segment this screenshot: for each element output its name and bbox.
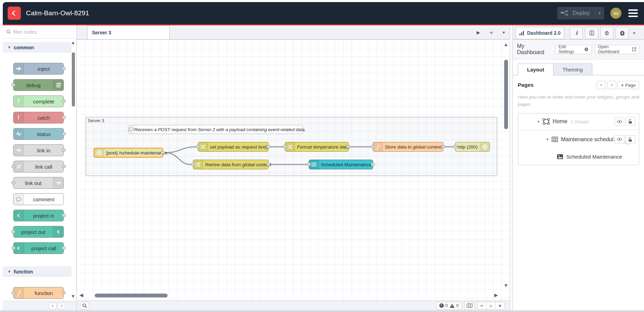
sidebar-splitter[interactable] bbox=[510, 25, 513, 310]
palette-expand-all-button[interactable]: » bbox=[58, 303, 65, 309]
tree-row-scheduled-maintenance-widget[interactable]: Scheduled Maintenance bbox=[518, 149, 639, 165]
canvas-scroll-left-arrow[interactable]: ◀ bbox=[79, 292, 83, 298]
globe-icon bbox=[94, 149, 104, 157]
comment-node[interactable]: Receives a POST request from Server 2 wi… bbox=[128, 125, 303, 134]
canvas-horizontal-scrollbar[interactable] bbox=[95, 294, 168, 297]
ui-table-node[interactable]: Scheduled Maintenance bbox=[309, 160, 373, 169]
zoom-out-button[interactable]: − bbox=[477, 302, 486, 309]
deploy-dropdown-caret[interactable]: ▾ bbox=[595, 11, 601, 16]
palette-node-link-in[interactable]: link in bbox=[13, 144, 64, 156]
palette-node-inject[interactable]: inject bbox=[13, 63, 64, 75]
open-dashboard-button[interactable]: Open Dashboard bbox=[595, 45, 640, 54]
unlock-icon bbox=[628, 119, 633, 124]
change-node-set-payload[interactable]: set payload as request body bbox=[198, 142, 269, 152]
canvas-vertical-scrollbar[interactable] bbox=[504, 60, 508, 129]
canvas-scroll-down-arrow[interactable]: ▼ bbox=[503, 283, 508, 288]
link-out-icon bbox=[53, 177, 63, 188]
visibility-toggle-button[interactable] bbox=[615, 135, 624, 144]
input-port bbox=[453, 145, 457, 148]
add-page-button[interactable]: + Page bbox=[618, 81, 639, 89]
palette-node-comment[interactable]: comment bbox=[13, 193, 64, 205]
tab-theming[interactable]: Theming bbox=[553, 64, 592, 75]
input-port bbox=[371, 145, 375, 148]
palette-node-status[interactable]: status bbox=[13, 128, 64, 140]
palette-node-function[interactable]: ƒ function bbox=[13, 287, 64, 299]
comment-icon bbox=[129, 125, 134, 134]
palette-scroll-down-arrow[interactable]: ▼ bbox=[71, 294, 75, 299]
flow-tab-server-3[interactable]: Server 3 bbox=[87, 25, 170, 39]
palette-category-function[interactable]: ▾ function bbox=[3, 267, 71, 277]
palette-scroll-up-arrow[interactable]: ▲ bbox=[71, 40, 75, 45]
pages-help-text: Here you can re-order and move your widg… bbox=[518, 94, 639, 108]
flowfuse-logo-icon bbox=[8, 7, 21, 20]
plus-icon: + bbox=[621, 83, 624, 88]
input-port bbox=[283, 145, 287, 148]
table-group-icon bbox=[552, 137, 558, 142]
input-port bbox=[11, 165, 15, 168]
canvas-search-button[interactable] bbox=[80, 302, 89, 310]
palette-node-catch[interactable]: ! catch bbox=[13, 112, 64, 124]
tab-scroll-right-icon[interactable]: ▶ bbox=[476, 30, 480, 35]
canvas-scroll-right-arrow[interactable]: ▶ bbox=[494, 292, 498, 298]
palette-scrollbar[interactable] bbox=[72, 52, 75, 107]
canvas-scroll-up-arrow[interactable]: ▲ bbox=[503, 42, 508, 47]
change-node-retrieve-global[interactable]: Retrive data from global context bbox=[193, 160, 269, 169]
tree-row-home-page[interactable]: ▾ Home 1 Groups bbox=[518, 113, 639, 130]
visibility-toggle-button[interactable] bbox=[615, 117, 624, 126]
palette-node-complete[interactable]: ! complete bbox=[13, 95, 64, 107]
sidebar-tabs-caret[interactable]: ▾ bbox=[633, 31, 635, 35]
sidebar-tab-dashboard[interactable]: Dashboard 2.0 bbox=[516, 27, 564, 39]
expand-all-button[interactable]: » bbox=[607, 81, 616, 89]
palette-node-link-call[interactable]: link call bbox=[13, 161, 64, 172]
input-port bbox=[196, 145, 200, 148]
palette-filter-input[interactable] bbox=[13, 29, 65, 35]
dashboard-subtabs: Layout Theming bbox=[513, 59, 644, 75]
sidebar-tab-config[interactable] bbox=[616, 27, 629, 39]
sidebar-tab-info[interactable]: i bbox=[570, 27, 583, 39]
debug-icon bbox=[53, 79, 63, 91]
user-avatar[interactable]: su bbox=[610, 8, 621, 19]
add-flow-button[interactable]: ＋ bbox=[488, 28, 494, 36]
flow-list-caret[interactable]: ▾ bbox=[502, 30, 505, 35]
navigator-button[interactable] bbox=[464, 302, 475, 310]
sidebar-tabbar: Dashboard 2.0 i ▾ bbox=[513, 25, 644, 40]
palette-category-common[interactable]: ▾ common bbox=[3, 42, 71, 52]
output-port bbox=[62, 116, 66, 119]
lock-toggle-button[interactable] bbox=[626, 135, 635, 144]
palette-collapse-all-button[interactable]: » bbox=[49, 303, 57, 309]
edit-settings-button[interactable]: Edit Settings bbox=[555, 45, 592, 54]
deploy-button[interactable]: Deploy ▾ bbox=[557, 7, 604, 19]
palette-node-link-out[interactable]: link out bbox=[13, 177, 64, 189]
zoom-controls: − ○ + bbox=[477, 302, 505, 310]
node-red-window: Calm-Barn-Owl-8291 Deploy ▾ su ▾ common bbox=[3, 2, 644, 310]
sidebar-tab-debug[interactable] bbox=[600, 27, 613, 39]
tab-layout[interactable]: Layout bbox=[518, 64, 553, 75]
chevron-down-icon: ▾ bbox=[8, 269, 10, 274]
sidebar-tab-help[interactable] bbox=[585, 27, 598, 39]
tree-row-maintenance-group[interactable]: ▾ Maintenance schedul... 1 Widgets bbox=[518, 130, 639, 149]
main-menu-button[interactable] bbox=[628, 8, 638, 18]
chevron-down-icon: ▾ bbox=[537, 119, 540, 124]
lock-toggle-button[interactable] bbox=[626, 117, 635, 126]
change-node-format-temperature[interactable]: Format temperature data. bbox=[285, 142, 349, 152]
function-node-store-global[interactable]: ƒ Store data to global context bbox=[373, 142, 443, 152]
palette-node-project-in[interactable]: project in bbox=[13, 210, 64, 221]
palette-node-debug[interactable]: debug bbox=[13, 79, 64, 91]
output-port bbox=[62, 67, 66, 70]
pages-tree: ▾ Home 1 Groups bbox=[518, 113, 639, 165]
warning-count: 0 bbox=[456, 303, 459, 308]
zoom-reset-button[interactable]: ○ bbox=[486, 302, 495, 309]
http-in-node[interactable]: [post] /schedule-maintenance bbox=[94, 148, 163, 158]
output-port bbox=[62, 214, 66, 217]
output-port bbox=[62, 246, 66, 250]
collapse-all-button[interactable]: » bbox=[597, 81, 606, 89]
flow-canvas[interactable]: Server 3 Receives a POST request from Se… bbox=[77, 40, 510, 301]
output-port bbox=[441, 145, 445, 148]
search-icon bbox=[82, 303, 87, 308]
palette-node-project-out[interactable]: project out bbox=[13, 226, 64, 238]
notification-counts[interactable]: ! 0 0 bbox=[436, 302, 462, 310]
input-port bbox=[191, 163, 195, 166]
palette-node-project-call[interactable]: project call bbox=[13, 242, 64, 254]
zoom-in-button[interactable]: + bbox=[495, 302, 505, 309]
http-response-node[interactable]: http (200) bbox=[455, 142, 490, 152]
